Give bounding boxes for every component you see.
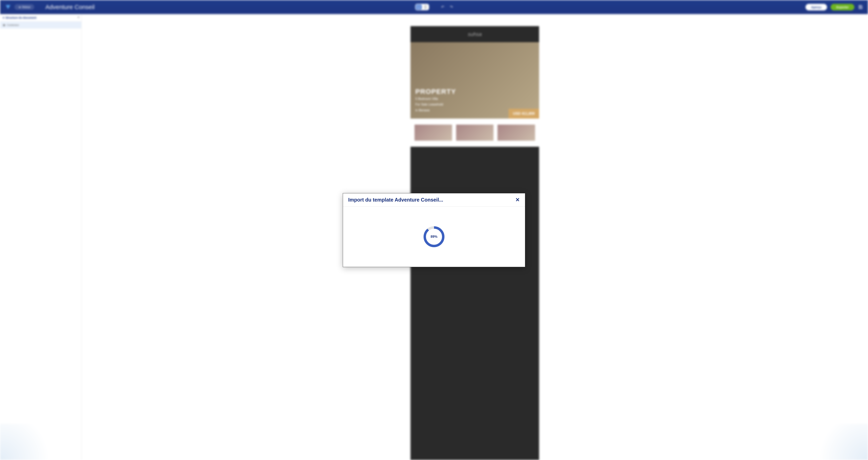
desktop-view-button[interactable]	[416, 4, 422, 10]
import-modal: Import du template Adventure Conseil... …	[343, 193, 525, 267]
decorative-corner-left	[0, 424, 60, 460]
sidebar-item-container[interactable]: ▣ Conteneur	[0, 22, 82, 29]
doc-thumbnails	[410, 119, 539, 147]
sidebar-collapse-icon[interactable]: «	[78, 15, 80, 19]
hero-line1: 5 Bedroom Villa	[415, 97, 534, 101]
doc-brand-text: suhsa	[468, 31, 482, 37]
thumbnail-3	[497, 125, 535, 141]
sidebar-title: Structure du document	[5, 16, 36, 19]
top-header: ◄ Retour Adventure Conseil ↶ ↷	[0, 0, 868, 14]
price-badge: USD 411,859	[508, 109, 539, 119]
sidebar-item-label: Conteneur	[7, 24, 19, 27]
chevron-down-icon[interactable]: ▾	[3, 16, 4, 19]
app-root: ◄ Retour Adventure Conseil ↶ ↷	[0, 0, 868, 460]
redo-icon[interactable]: ↷	[450, 5, 453, 9]
header-center-controls: ↶ ↷	[415, 4, 453, 10]
export-label: Exporter	[836, 5, 849, 9]
preview-label: Aperçu	[811, 5, 822, 9]
header-right-controls: Aperçu Exporter	[806, 4, 863, 10]
modal-title: Import du template Adventure Conseil...	[348, 197, 443, 203]
sidebar: ▾ Structure du document « ▣ Conteneur	[0, 14, 82, 460]
save-icon[interactable]	[858, 4, 863, 10]
container-icon: ▣	[3, 24, 5, 27]
progress-indicator: 89%	[423, 226, 445, 247]
decorative-corner-right	[808, 424, 868, 460]
doc-brand-bar: suhsa	[410, 26, 539, 42]
back-label: Retour	[22, 5, 31, 9]
modal-header: Import du template Adventure Conseil... …	[343, 193, 525, 207]
mobile-view-button[interactable]	[423, 4, 429, 10]
thumbnail-2	[456, 125, 494, 141]
svg-rect-2	[425, 6, 426, 8]
thumbnail-1	[414, 125, 452, 141]
back-arrow-icon: ◄	[18, 5, 21, 9]
app-logo-icon	[5, 4, 11, 10]
svg-rect-0	[417, 6, 421, 8]
hero-title: PROPERTY	[415, 88, 534, 95]
modal-close-button[interactable]: ✕	[516, 197, 520, 203]
doc-hero-image: PROPERTY 5 Bedroom Villa For Sale Leaseh…	[410, 42, 539, 119]
undo-redo-group: ↶ ↷	[441, 5, 453, 9]
progress-percent-label: 89%	[423, 226, 445, 247]
close-icon: ✕	[516, 197, 520, 203]
sidebar-header: ▾ Structure du document «	[0, 14, 82, 22]
export-button[interactable]: Exporter	[831, 4, 854, 10]
device-view-toggle	[415, 4, 429, 10]
modal-body: 89%	[343, 207, 525, 267]
document-title: Adventure Conseil	[45, 4, 95, 10]
preview-button[interactable]: Aperçu	[806, 4, 827, 10]
hero-line2: For Sale Leasehold	[415, 102, 534, 107]
undo-icon[interactable]: ↶	[441, 5, 444, 9]
back-button[interactable]: ◄ Retour	[14, 4, 34, 10]
